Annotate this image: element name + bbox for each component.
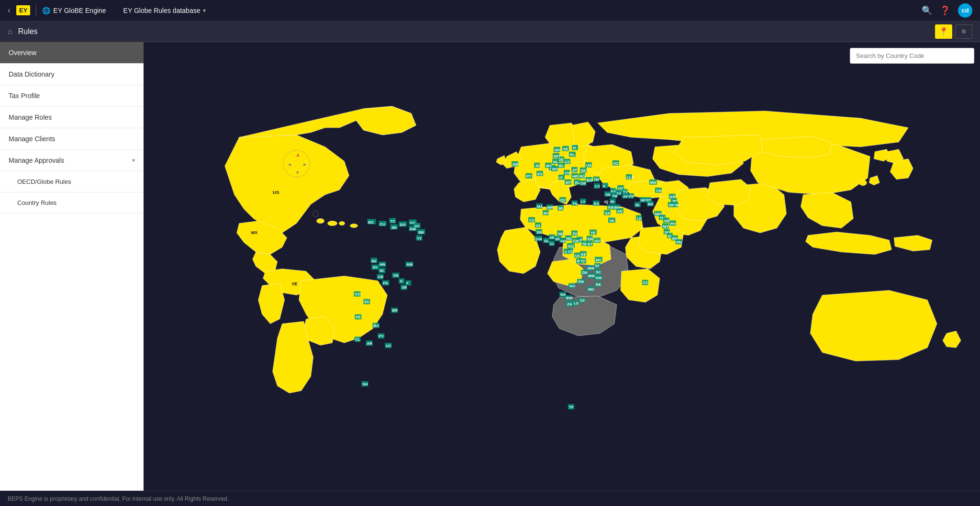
svg-text:MC: MC xyxy=(552,167,558,171)
svg-text:SC: SC xyxy=(596,270,601,274)
svg-text:VE: VE xyxy=(292,281,298,286)
svg-text:EH: EH xyxy=(544,211,549,215)
sidebar-item-manage-approvals[interactable]: Manage Approvals ▾ xyxy=(0,150,144,171)
svg-text:VN: VN xyxy=(393,273,398,278)
help-button[interactable]: ❓ xyxy=(940,5,950,16)
svg-text:SO: SO xyxy=(594,239,600,243)
svg-text:CO: CO xyxy=(355,292,360,296)
svg-text:NL: NL xyxy=(553,160,558,164)
svg-text:SL: SL xyxy=(544,239,549,243)
svg-text:IT: IT xyxy=(559,176,563,180)
svg-text:HN: HN xyxy=(379,263,385,267)
ey-logo: EY xyxy=(16,5,30,15)
svg-text:YE: YE xyxy=(609,219,614,223)
svg-text:KE: KE xyxy=(581,252,587,257)
back-button[interactable]: ‹ xyxy=(8,5,11,15)
svg-text:CY: CY xyxy=(595,184,601,189)
svg-text:PK: PK xyxy=(629,194,634,199)
svg-text:LS: LS xyxy=(574,301,579,305)
svg-text:PT: PT xyxy=(526,174,531,179)
svg-text:◄: ◄ xyxy=(287,162,292,167)
svg-text:▲: ▲ xyxy=(295,151,301,158)
svg-text:ML: ML xyxy=(558,206,564,211)
sidebar-item-data-dictionary[interactable]: Data Dictionary xyxy=(0,64,144,85)
svg-text:MG: MG xyxy=(588,287,594,292)
svg-text:ZW: ZW xyxy=(578,280,584,284)
sub-header: ⌂ Rules 📍 ≡ xyxy=(0,21,980,42)
svg-text:BO: BO xyxy=(373,324,379,328)
sidebar-item-manage-roles[interactable]: Manage Roles xyxy=(0,107,144,128)
svg-text:NI: NI xyxy=(379,269,383,273)
svg-text:BS: BS xyxy=(368,220,374,225)
svg-text:ID: ID xyxy=(668,234,672,238)
svg-text:GI: GI xyxy=(536,224,540,228)
svg-text:MR: MR xyxy=(547,205,554,210)
svg-text:GW: GW xyxy=(535,237,542,241)
svg-text:BB: BB xyxy=(418,230,424,235)
svg-text:LLA: LLA xyxy=(627,175,635,180)
page-title: Rules xyxy=(18,27,38,36)
globe-icon: 🌐 xyxy=(42,7,50,14)
svg-text:SN: SN xyxy=(536,230,542,235)
svg-text:BL: BL xyxy=(559,164,564,168)
svg-text:CZ: CZ xyxy=(565,160,570,164)
search-button[interactable]: 🔍 xyxy=(922,5,932,16)
app-name-label: 🌐 EY GloBE Engine xyxy=(42,7,106,14)
footer: BEPS Engine is proprietary and confident… xyxy=(0,491,980,506)
user-avatar[interactable]: cd xyxy=(958,3,972,18)
svg-text:CN: CN xyxy=(656,189,662,193)
svg-text:VC: VC xyxy=(414,224,420,228)
svg-text:ZA: ZA xyxy=(567,302,572,306)
view-toggle-area: 📍 ≡ xyxy=(935,24,972,39)
svg-text:MW: MW xyxy=(588,266,595,270)
svg-text:VN: VN xyxy=(664,219,669,223)
svg-text:MT: MT xyxy=(566,180,571,185)
svg-text:LK: LK xyxy=(637,216,642,221)
svg-text:SK: SK xyxy=(581,169,586,173)
svg-text:AR: AR xyxy=(367,341,372,346)
country-search-input[interactable] xyxy=(850,48,974,64)
svg-text:MY: MY xyxy=(663,225,669,229)
db-title-area[interactable]: EY Globe Rules database ▾ xyxy=(123,7,206,14)
svg-text:PH: PH xyxy=(670,222,676,226)
svg-text:IR: IR xyxy=(611,200,614,204)
list-view-button[interactable]: ≡ xyxy=(955,24,972,39)
svg-text:JM: JM xyxy=(391,225,396,230)
svg-text:WC: WC xyxy=(546,164,553,168)
svg-text:GQ: GQ xyxy=(568,244,574,248)
svg-text:MO: MO xyxy=(554,154,560,158)
svg-text:CL: CL xyxy=(355,337,360,342)
svg-text:TN: TN xyxy=(572,202,578,206)
svg-text:NO: NO xyxy=(555,148,560,152)
svg-point-5 xyxy=(859,180,867,186)
svg-text:US: US xyxy=(273,190,279,195)
svg-text:TF: TF xyxy=(569,405,574,409)
svg-text:CH: CH xyxy=(565,171,570,175)
svg-text:TR: TR xyxy=(594,178,599,182)
chevron-down-icon: ▾ xyxy=(132,157,135,164)
svg-text:BH: BH xyxy=(614,205,620,210)
sidebar-item-country-rules[interactable]: Country Rules xyxy=(0,192,144,214)
svg-text:RE: RE xyxy=(596,282,601,287)
sidebar-item-overview[interactable]: Overview xyxy=(0,42,144,64)
svg-text:BG: BG xyxy=(587,178,592,182)
svg-text:AL: AL xyxy=(575,180,580,185)
map-view-button[interactable]: 📍 xyxy=(935,24,952,39)
home-icon[interactable]: ⌂ xyxy=(8,27,12,36)
svg-text:TT: TT xyxy=(417,236,422,241)
svg-text:ZM: ZM xyxy=(582,270,588,275)
svg-text:IQ: IQ xyxy=(604,200,608,204)
svg-text:SE: SE xyxy=(563,147,568,151)
svg-text:NG: NG xyxy=(566,236,572,241)
svg-text:AF: AF xyxy=(623,194,628,199)
svg-text:CM: CM xyxy=(573,239,579,243)
svg-text:KM: KM xyxy=(596,276,602,280)
svg-text:BW: BW xyxy=(566,296,573,300)
svg-text:PE: PE xyxy=(356,315,361,319)
svg-text:RO: RO xyxy=(579,174,585,179)
sidebar-item-tax-profile[interactable]: Tax Profile xyxy=(0,85,144,107)
sidebar-item-manage-clients[interactable]: Manage Clients xyxy=(0,128,144,150)
svg-text:BR: BR xyxy=(392,308,398,313)
sidebar-item-oecd-globe-rules[interactable]: OECD/Globe Rules xyxy=(0,171,144,192)
search-overlay xyxy=(850,48,974,64)
